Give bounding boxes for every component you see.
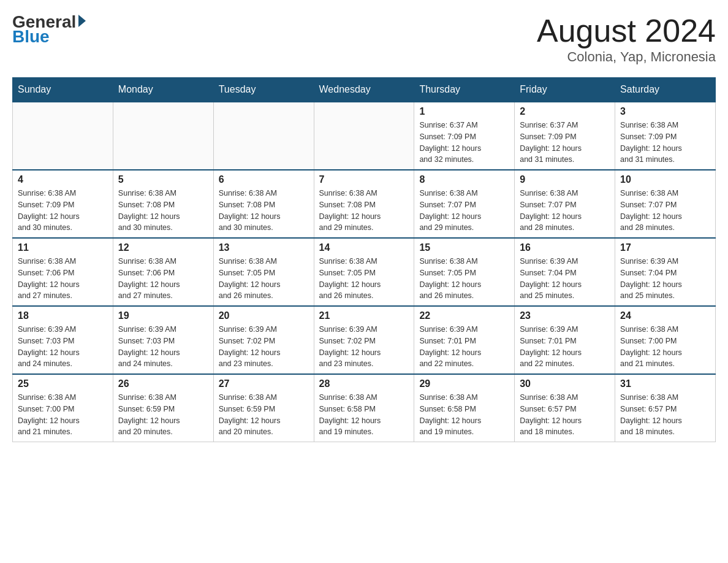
day-info: Sunrise: 6:39 AMSunset: 7:03 PMDaylight:… [118, 324, 208, 370]
day-number: 19 [118, 310, 208, 321]
day-number: 30 [520, 378, 610, 389]
day-info: Sunrise: 6:38 AMSunset: 7:06 PMDaylight:… [118, 256, 208, 302]
day-number: 11 [18, 242, 108, 253]
day-number: 29 [419, 378, 509, 389]
calendar-cell [13, 102, 113, 170]
day-number: 4 [18, 174, 108, 185]
calendar-cell: 24Sunrise: 6:38 AMSunset: 7:00 PMDayligh… [615, 306, 716, 374]
calendar-cell: 18Sunrise: 6:39 AMSunset: 7:03 PMDayligh… [13, 306, 113, 374]
calendar-week-row: 25Sunrise: 6:38 AMSunset: 7:00 PMDayligh… [13, 374, 716, 442]
calendar-table: SundayMondayTuesdayWednesdayThursdayFrid… [12, 77, 716, 442]
day-info: Sunrise: 6:39 AMSunset: 7:02 PMDaylight:… [319, 324, 409, 370]
day-number: 3 [620, 106, 710, 117]
calendar-cell: 29Sunrise: 6:38 AMSunset: 6:58 PMDayligh… [414, 374, 515, 442]
day-number: 13 [219, 242, 309, 253]
day-info: Sunrise: 6:38 AMSunset: 7:09 PMDaylight:… [18, 188, 108, 234]
day-info: Sunrise: 6:38 AMSunset: 6:58 PMDaylight:… [419, 392, 509, 438]
day-info: Sunrise: 6:39 AMSunset: 7:02 PMDaylight:… [219, 324, 309, 370]
day-number: 28 [319, 378, 409, 389]
calendar-cell: 11Sunrise: 6:38 AMSunset: 7:06 PMDayligh… [13, 238, 113, 306]
calendar-cell: 15Sunrise: 6:38 AMSunset: 7:05 PMDayligh… [414, 238, 515, 306]
calendar-cell: 12Sunrise: 6:38 AMSunset: 7:06 PMDayligh… [113, 238, 213, 306]
calendar-cell: 1Sunrise: 6:37 AMSunset: 7:09 PMDaylight… [414, 102, 515, 170]
day-info: Sunrise: 6:38 AMSunset: 6:59 PMDaylight:… [219, 392, 309, 438]
day-number: 23 [520, 310, 610, 321]
day-number: 8 [419, 174, 509, 185]
calendar-cell: 23Sunrise: 6:39 AMSunset: 7:01 PMDayligh… [515, 306, 615, 374]
calendar-cell: 16Sunrise: 6:39 AMSunset: 7:04 PMDayligh… [515, 238, 615, 306]
day-info: Sunrise: 6:38 AMSunset: 6:58 PMDaylight:… [319, 392, 409, 438]
day-info: Sunrise: 6:39 AMSunset: 7:03 PMDaylight:… [18, 324, 108, 370]
calendar-week-row: 11Sunrise: 6:38 AMSunset: 7:06 PMDayligh… [13, 238, 716, 306]
day-number: 18 [18, 310, 108, 321]
calendar-location: Colonia, Yap, Micronesia [537, 49, 716, 65]
day-info: Sunrise: 6:38 AMSunset: 7:05 PMDaylight:… [419, 256, 509, 302]
day-info: Sunrise: 6:38 AMSunset: 7:07 PMDaylight:… [620, 188, 710, 234]
day-number: 21 [319, 310, 409, 321]
page-header: General Blue August 2024 Colonia, Yap, M… [12, 12, 716, 65]
calendar-cell: 27Sunrise: 6:38 AMSunset: 6:59 PMDayligh… [213, 374, 314, 442]
logo: General Blue [12, 12, 86, 47]
calendar-cell: 4Sunrise: 6:38 AMSunset: 7:09 PMDaylight… [13, 170, 113, 238]
day-number: 20 [219, 310, 309, 321]
day-number: 24 [620, 310, 710, 321]
day-info: Sunrise: 6:38 AMSunset: 7:08 PMDaylight:… [219, 188, 309, 234]
calendar-cell: 26Sunrise: 6:38 AMSunset: 6:59 PMDayligh… [113, 374, 213, 442]
calendar-header-row: SundayMondayTuesdayWednesdayThursdayFrid… [13, 78, 716, 102]
calendar-cell: 22Sunrise: 6:39 AMSunset: 7:01 PMDayligh… [414, 306, 515, 374]
calendar-cell [314, 102, 414, 170]
weekday-header-saturday: Saturday [615, 78, 716, 102]
calendar-cell: 19Sunrise: 6:39 AMSunset: 7:03 PMDayligh… [113, 306, 213, 374]
day-info: Sunrise: 6:39 AMSunset: 7:04 PMDaylight:… [620, 256, 710, 302]
calendar-cell: 31Sunrise: 6:38 AMSunset: 6:57 PMDayligh… [615, 374, 716, 442]
day-info: Sunrise: 6:38 AMSunset: 7:06 PMDaylight:… [18, 256, 108, 302]
day-info: Sunrise: 6:39 AMSunset: 7:01 PMDaylight:… [419, 324, 509, 370]
calendar-cell: 10Sunrise: 6:38 AMSunset: 7:07 PMDayligh… [615, 170, 716, 238]
day-info: Sunrise: 6:38 AMSunset: 7:08 PMDaylight:… [319, 188, 409, 234]
calendar-cell: 28Sunrise: 6:38 AMSunset: 6:58 PMDayligh… [314, 374, 414, 442]
day-number: 5 [118, 174, 208, 185]
day-info: Sunrise: 6:38 AMSunset: 7:05 PMDaylight:… [219, 256, 309, 302]
calendar-cell: 5Sunrise: 6:38 AMSunset: 7:08 PMDaylight… [113, 170, 213, 238]
calendar-cell: 8Sunrise: 6:38 AMSunset: 7:07 PMDaylight… [414, 170, 515, 238]
day-number: 7 [319, 174, 409, 185]
weekday-header-tuesday: Tuesday [213, 78, 314, 102]
day-number: 22 [419, 310, 509, 321]
day-info: Sunrise: 6:38 AMSunset: 7:00 PMDaylight:… [18, 392, 108, 438]
day-info: Sunrise: 6:39 AMSunset: 7:04 PMDaylight:… [520, 256, 610, 302]
day-number: 31 [620, 378, 710, 389]
calendar-cell: 20Sunrise: 6:39 AMSunset: 7:02 PMDayligh… [213, 306, 314, 374]
day-info: Sunrise: 6:38 AMSunset: 7:07 PMDaylight:… [419, 188, 509, 234]
calendar-title-block: August 2024 Colonia, Yap, Micronesia [537, 12, 716, 65]
day-info: Sunrise: 6:38 AMSunset: 6:57 PMDaylight:… [520, 392, 610, 438]
day-number: 27 [219, 378, 309, 389]
day-number: 14 [319, 242, 409, 253]
calendar-cell: 17Sunrise: 6:39 AMSunset: 7:04 PMDayligh… [615, 238, 716, 306]
day-info: Sunrise: 6:38 AMSunset: 6:57 PMDaylight:… [620, 392, 710, 438]
weekday-header-friday: Friday [515, 78, 615, 102]
day-info: Sunrise: 6:37 AMSunset: 7:09 PMDaylight:… [419, 120, 509, 166]
day-number: 2 [520, 106, 610, 117]
calendar-cell: 30Sunrise: 6:38 AMSunset: 6:57 PMDayligh… [515, 374, 615, 442]
day-number: 10 [620, 174, 710, 185]
day-info: Sunrise: 6:37 AMSunset: 7:09 PMDaylight:… [520, 120, 610, 166]
weekday-header-sunday: Sunday [13, 78, 113, 102]
day-number: 6 [219, 174, 309, 185]
logo-blue-text: Blue [12, 27, 50, 47]
weekday-header-monday: Monday [113, 78, 213, 102]
day-info: Sunrise: 6:38 AMSunset: 6:59 PMDaylight:… [118, 392, 208, 438]
day-number: 9 [520, 174, 610, 185]
calendar-cell: 3Sunrise: 6:38 AMSunset: 7:09 PMDaylight… [615, 102, 716, 170]
day-number: 12 [118, 242, 208, 253]
day-number: 17 [620, 242, 710, 253]
day-number: 1 [419, 106, 509, 117]
weekday-header-wednesday: Wednesday [314, 78, 414, 102]
calendar-week-row: 1Sunrise: 6:37 AMSunset: 7:09 PMDaylight… [13, 102, 716, 170]
day-info: Sunrise: 6:38 AMSunset: 7:00 PMDaylight:… [620, 324, 710, 370]
calendar-cell: 25Sunrise: 6:38 AMSunset: 7:00 PMDayligh… [13, 374, 113, 442]
day-info: Sunrise: 6:38 AMSunset: 7:09 PMDaylight:… [620, 120, 710, 166]
day-info: Sunrise: 6:38 AMSunset: 7:08 PMDaylight:… [118, 188, 208, 234]
calendar-week-row: 18Sunrise: 6:39 AMSunset: 7:03 PMDayligh… [13, 306, 716, 374]
day-number: 26 [118, 378, 208, 389]
calendar-cell: 7Sunrise: 6:38 AMSunset: 7:08 PMDaylight… [314, 170, 414, 238]
